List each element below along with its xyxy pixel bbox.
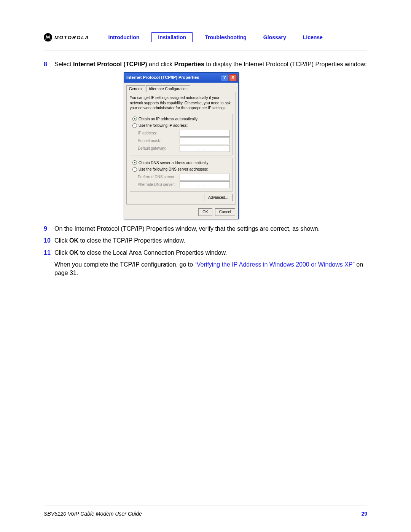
nav-troubleshooting[interactable]: Troubleshooting	[200, 33, 251, 42]
step-10: 10 Click OK to close the TCP/IP Properti…	[44, 236, 367, 245]
field-label: Default gateway:	[138, 146, 180, 151]
nav-installation[interactable]: Installation	[151, 32, 193, 42]
close-icon[interactable]: X	[229, 74, 237, 81]
radio-icon	[132, 160, 137, 165]
radio-icon	[132, 117, 137, 121]
bold: OK	[69, 249, 78, 256]
text: to close the TCP/IP Properties window.	[78, 237, 185, 244]
bold: Internet Protocol (TCP/IP)	[73, 61, 147, 67]
verify-ip-link[interactable]: “Verifying the IP Address in Windows 200…	[195, 261, 355, 268]
dns-group: Obtain DNS server address automatically …	[130, 158, 233, 192]
field-ip-address: IP address: . . .	[138, 130, 230, 137]
tcpip-properties-dialog: Internet Protocol (TCP/IP) Properties ? …	[124, 72, 239, 219]
alternate-dns-input[interactable]: . . .	[180, 181, 230, 188]
tab-pane-general: You can get IP settings assigned automat…	[126, 92, 236, 204]
step-text: Click OK to close the TCP/IP Properties …	[54, 236, 367, 245]
dialog-info-text: You can get IP settings assigned automat…	[130, 95, 233, 111]
ok-button[interactable]: OK	[198, 208, 212, 216]
page-number: 29	[361, 511, 367, 517]
help-icon[interactable]: ?	[221, 74, 228, 81]
ip-group: Obtain an IP address automatically Use t…	[130, 114, 233, 155]
nav-glossary[interactable]: Glossary	[259, 33, 291, 42]
page-footer: SBV5120 VoIP Cable Modem User Guide 29	[44, 511, 367, 517]
field-preferred-dns: Preferred DNS server: . . .	[138, 174, 230, 181]
tab-alternate-configuration[interactable]: Alternate Configuration	[146, 85, 190, 93]
bold: Properties	[174, 61, 204, 67]
step-number: 9	[44, 225, 54, 233]
step-8: 8 Select Internet Protocol (TCP/IP) and …	[44, 60, 367, 69]
radio-use-dns[interactable]: Use the following DNS server addresses:	[132, 167, 230, 172]
field-label: IP address:	[138, 131, 180, 136]
motorola-icon	[44, 33, 52, 42]
radio-icon	[132, 167, 137, 172]
text: When you complete the TCP/IP configurati…	[54, 261, 195, 268]
dialog-title: Internet Protocol (TCP/IP) Properties	[126, 75, 220, 80]
footer-title: SBV5120 VoIP Cable Modem User Guide	[44, 511, 361, 517]
footer-rule	[44, 505, 367, 505]
field-alternate-dns: Alternate DNS server: . . .	[138, 181, 230, 188]
gateway-input[interactable]: . . .	[180, 145, 230, 152]
nav-introduction[interactable]: Introduction	[104, 33, 144, 42]
field-label: Preferred DNS server:	[138, 174, 180, 180]
step-11: 11 Click OK to close the Local Area Conn…	[44, 249, 367, 257]
radio-obtain-dns[interactable]: Obtain DNS server address automatically	[132, 160, 230, 166]
step-text: Click OK to close the Local Area Connect…	[54, 249, 367, 257]
page-header: MOTOROLA Introduction Installation Troub…	[44, 32, 367, 51]
radio-label: Use the following IP address:	[139, 123, 188, 128]
preferred-dns-input[interactable]: . . .	[180, 174, 230, 181]
radio-use-ip[interactable]: Use the following IP address:	[132, 123, 230, 128]
field-default-gateway: Default gateway: . . .	[138, 145, 230, 152]
tab-general[interactable]: General	[126, 85, 145, 93]
text: to display the Internet Protocol (TCP/IP…	[204, 61, 367, 67]
subnet-input[interactable]: . . .	[180, 137, 230, 144]
dialog-button-row: OK Cancel	[126, 207, 236, 217]
radio-label: Obtain an IP address automatically	[139, 117, 198, 122]
step-number: 10	[44, 236, 54, 245]
dialog-tabs: General Alternate Configuration	[126, 85, 236, 92]
text: Select	[54, 61, 73, 67]
dialog-titlebar: Internet Protocol (TCP/IP) Properties ? …	[124, 73, 238, 83]
bold: OK	[69, 237, 78, 244]
text: to close the Local Area Connection Prope…	[78, 249, 227, 256]
step-number: 8	[44, 60, 54, 69]
text: and click	[147, 61, 174, 67]
radio-label: Obtain DNS server address automatically	[139, 160, 208, 166]
final-paragraph: When you complete the TCP/IP configurati…	[54, 260, 367, 277]
step-9: 9 On the Internet Protocol (TCP/IP) Prop…	[44, 225, 367, 233]
text: Click	[54, 249, 69, 256]
ip-input[interactable]: . . .	[180, 130, 230, 137]
advanced-row: Advanced...	[130, 194, 233, 201]
cancel-button[interactable]: Cancel	[215, 208, 235, 216]
dialog-body: General Alternate Configuration You can …	[124, 83, 238, 219]
step-number: 11	[44, 249, 54, 257]
text: Click	[54, 237, 69, 244]
radio-icon	[132, 123, 137, 128]
radio-label: Use the following DNS server addresses:	[139, 167, 208, 172]
nav-license[interactable]: License	[298, 33, 327, 42]
step-text: Select Internet Protocol (TCP/IP) and cl…	[54, 60, 367, 69]
brand-logo: MOTOROLA	[44, 33, 89, 42]
step-text: On the Internet Protocol (TCP/IP) Proper…	[54, 225, 367, 233]
field-label: Alternate DNS server:	[138, 182, 180, 187]
field-subnet-mask: Subnet mask: . . .	[138, 137, 230, 144]
advanced-button[interactable]: Advanced...	[204, 194, 233, 201]
radio-obtain-ip[interactable]: Obtain an IP address automatically	[132, 117, 230, 122]
step-list: 8 Select Internet Protocol (TCP/IP) and …	[44, 60, 367, 277]
field-label: Subnet mask:	[138, 138, 180, 144]
brand-text: MOTOROLA	[54, 35, 89, 40]
